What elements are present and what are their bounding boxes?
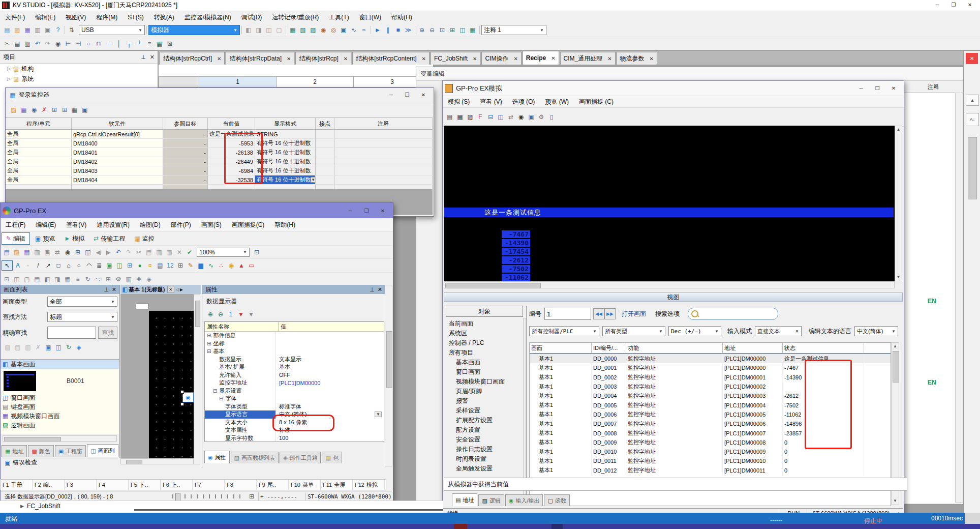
keyboard-part-icon[interactable]: ▤ (32, 275, 42, 284)
copy-screen-icon[interactable]: ◫ (83, 248, 93, 257)
help-icon[interactable]: ? (53, 25, 63, 35)
image-tool-icon[interactable]: ▣ (104, 261, 114, 270)
fkey-F11[interactable]: F11全屏 (321, 480, 353, 490)
split-window-icon[interactable]: ◫ (457, 25, 468, 35)
new-screen-icon[interactable]: ▨ (3, 343, 13, 352)
cross-reference-icon[interactable]: ▦ (155, 39, 165, 48)
scroll-up-icon[interactable]: ▲ (966, 95, 979, 106)
fit-screen-icon[interactable]: ⊡ (252, 248, 262, 257)
special-part-icon[interactable]: ▭ (247, 261, 257, 270)
watch-col-4[interactable]: 显示格式 (255, 118, 316, 129)
tab-close-icon[interactable]: ✕ (513, 56, 517, 62)
prop-row-5[interactable]: 允许输入OFF (205, 371, 384, 379)
expand-arrow-icon[interactable]: ▷ (7, 66, 11, 71)
close-button[interactable]: ✕ (962, 0, 978, 10)
tab-close-icon[interactable]: ✕ (607, 56, 611, 62)
screen-thumbnail[interactable] (4, 371, 36, 391)
collapse-all-icon[interactable]: ⊖ (216, 310, 226, 319)
view-object-9[interactable]: 采样设置 (446, 406, 526, 416)
screen-tab-label[interactable]: 基本 1(无标题) (129, 286, 165, 293)
verify-plc-icon[interactable]: ◫ (264, 25, 274, 35)
contact-nc-icon[interactable]: ⊣ (73, 39, 83, 48)
batch-register-icon[interactable]: ▦ (70, 105, 80, 114)
watch-row-2[interactable]: 全局DM18401--26138有符号 16 位十进制数 (6, 148, 433, 157)
arc-tool-icon[interactable]: ◠ (84, 261, 94, 270)
panel-tab-工程窗[interactable]: ▣工程窗 (55, 445, 86, 457)
paste-icon[interactable]: ▥ (154, 248, 164, 257)
layout-icon[interactable]: ▦ (468, 25, 478, 35)
prop-tab-部件工具箱[interactable]: ◈部件工具箱 (280, 452, 321, 463)
image2-tool-icon[interactable]: ◫ (114, 261, 125, 270)
step-run-icon[interactable]: ≫ (403, 25, 413, 35)
prop-row-0[interactable]: ⊞部件信息 (205, 332, 384, 340)
line-graph-icon[interactable]: ∿ (206, 261, 216, 270)
document-tab-1[interactable]: 结构体[strRcpData]✕ (226, 52, 294, 65)
contact-no-icon[interactable]: ⊢ (63, 39, 73, 48)
fkey-F2[interactable]: F2编.. (33, 480, 65, 490)
project-tree-item-0[interactable]: ▷▨机构 (0, 64, 158, 74)
sim-menu-item-2[interactable]: 选项 (O) (507, 96, 540, 107)
view-col-0[interactable]: 画面 (530, 343, 592, 353)
feature-list-icon[interactable]: F (475, 112, 485, 122)
search-options-label[interactable]: 搜索选项 (655, 310, 680, 318)
properties-vscrollbar[interactable] (385, 285, 392, 466)
kv-menu-item-5[interactable]: 转换(A) (149, 12, 179, 23)
gppro-menu-item-1[interactable]: 编辑(E) (30, 219, 61, 230)
lang-combo[interactable]: 中文(简体)▼ (854, 326, 898, 336)
horizontal-scrollbar[interactable] (3, 435, 117, 442)
paste-screen-icon[interactable]: ▥ (23, 343, 33, 352)
special-window-icon[interactable]: ◫ (12, 275, 22, 284)
zoom-out-icon[interactable]: ⊖ (427, 25, 437, 35)
document-tab-3[interactable]: 结构体[strRcpContent]✕ (352, 52, 430, 65)
project-tree-item-1[interactable]: ▷▨系统 (0, 74, 158, 84)
send-to-monitor-icon[interactable]: ▣ (80, 105, 90, 114)
view-col-2[interactable]: 功能 (626, 343, 723, 353)
address-view-icon[interactable]: ▦ (455, 112, 465, 122)
view-object-10[interactable]: 扩展配方设置 (446, 416, 526, 425)
watch-row-3[interactable]: 全局DM18402--26449有符号 16 位十进制数 (6, 157, 433, 166)
watch-col-1[interactable]: 软元件 (72, 118, 163, 129)
prev-screen-button[interactable]: ◀◀ (593, 308, 604, 319)
library-icon[interactable]: ▥ (124, 275, 134, 284)
unit-monitor-icon[interactable]: ▣ (339, 25, 349, 35)
refresh-icon[interactable]: ↻ (64, 343, 74, 352)
back-icon[interactable]: ◨ (52, 275, 63, 284)
close-icon[interactable]: ✕ (112, 286, 116, 293)
network-screen-icon[interactable]: ◈ (74, 343, 84, 352)
save-project-icon[interactable]: ▦ (22, 248, 32, 257)
watch-row-1[interactable]: 全局DM18400--5953有符号 16 位十进制数 (6, 139, 433, 148)
states-icon[interactable]: ◈ (144, 275, 154, 284)
find-icon[interactable]: ◉ (53, 39, 63, 48)
transfer-icon[interactable]: ⇄ (52, 248, 63, 257)
prop-row-2[interactable]: ⊟基本 (205, 347, 384, 356)
delete-screen-icon[interactable]: ✗ (33, 343, 43, 352)
prop-row-6[interactable]: 监控字地址[PLC1]DM00000 (205, 379, 384, 387)
collapse-icon[interactable]: ⊟ (213, 388, 217, 394)
gppro-menu-item-7[interactable]: 画面捕捉(C) (227, 219, 270, 230)
pause-icon[interactable]: ∥ (383, 25, 393, 35)
watch-list-icon[interactable]: ▨ (465, 112, 475, 122)
add-row-icon[interactable]: ⊞ (59, 105, 70, 114)
line-tool-icon[interactable]: / (33, 261, 43, 270)
view-row-11[interactable]: 基本1DD_0011监控字地址[PLC1]DM000100 (530, 456, 891, 465)
prop-row-9[interactable]: 字体类型标准字体 (205, 403, 384, 411)
realtime-chart-icon[interactable]: ≈ (359, 25, 369, 35)
pin-icon[interactable]: ⊥ (104, 286, 109, 293)
kv-menu-item-8[interactable]: 运转记录/重放(R) (267, 12, 324, 23)
search-box[interactable] (688, 308, 778, 320)
new-project-icon[interactable]: ▤ (2, 248, 12, 257)
search-button[interactable]: 查找 (98, 327, 117, 339)
prop-row-7[interactable]: ⊟显示设置 (205, 387, 384, 395)
read-plc-icon[interactable]: ◧ (243, 25, 254, 35)
watch-col-6[interactable]: 注释 (334, 118, 433, 129)
scatter-graph-icon[interactable]: ∴ (216, 261, 226, 270)
prop-row-10[interactable]: 显示语言中文 (简体)▼ (205, 410, 384, 419)
collapse-icon[interactable]: ⊟ (219, 396, 223, 401)
tab-close-icon[interactable]: ✕ (650, 56, 654, 62)
filter-icon[interactable]: ▼ (236, 310, 246, 319)
ladder-list-icon[interactable]: ≡ (144, 39, 155, 48)
tab-close-icon[interactable]: ✕ (551, 55, 555, 61)
view-object-1[interactable]: 系统区 (446, 329, 526, 338)
gppro-menu-item-4[interactable]: 绘图(D) (135, 219, 166, 230)
prev-screen-icon[interactable]: ◀ (93, 248, 103, 257)
